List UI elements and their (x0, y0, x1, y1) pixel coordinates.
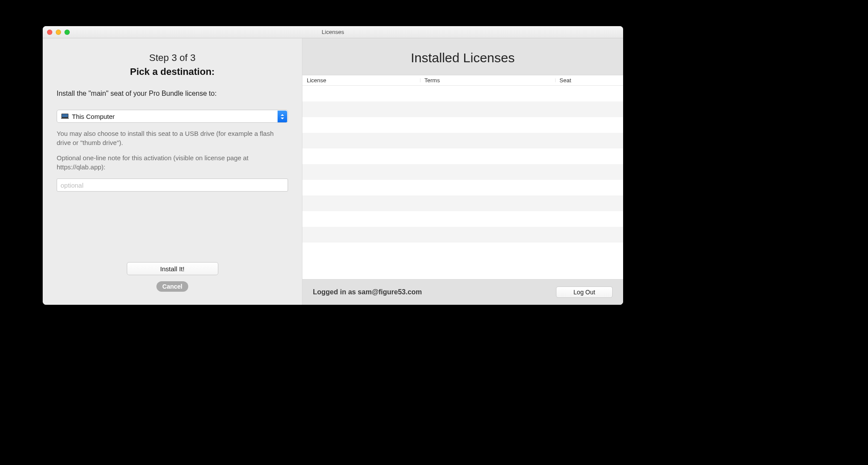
cancel-button[interactable]: Cancel (156, 281, 189, 292)
column-terms[interactable]: Terms (420, 77, 555, 84)
column-seat[interactable]: Seat (555, 77, 623, 84)
table-row (302, 211, 623, 227)
install-prompt: Install the "main" seat of your Pro Bund… (57, 90, 288, 98)
activation-note-input[interactable] (57, 179, 288, 192)
minimize-icon[interactable] (56, 30, 61, 35)
window-body: Step 3 of 3 Pick a destination: Install … (43, 38, 623, 305)
svg-rect-2 (61, 118, 69, 119)
titlebar[interactable]: Licenses (43, 26, 623, 38)
step-label: Step 3 of 3 (57, 52, 288, 64)
table-body (302, 86, 623, 279)
table-row (302, 227, 623, 243)
window-controls (47, 30, 70, 35)
table-row (302, 101, 623, 117)
table-row (302, 86, 623, 101)
table-row (302, 148, 623, 164)
svg-rect-1 (62, 114, 68, 117)
licenses-table: License Terms Seat (302, 75, 623, 280)
close-icon[interactable] (47, 30, 52, 35)
table-row (302, 133, 623, 148)
destination-selected: This Computer (72, 113, 115, 120)
computer-icon (61, 113, 69, 119)
zoom-icon[interactable] (64, 30, 70, 35)
table-row (302, 164, 623, 180)
table-row (302, 195, 623, 211)
left-pane: Step 3 of 3 Pick a destination: Install … (43, 38, 302, 305)
licenses-window: Licenses Step 3 of 3 Pick a destination:… (43, 26, 623, 305)
install-button[interactable]: Install It! (127, 262, 218, 275)
table-row (302, 117, 623, 133)
table-header: License Terms Seat (302, 75, 623, 86)
installed-licenses-title: Installed Licenses (302, 51, 623, 65)
helper-usb-text: You may also choose to install this seat… (57, 129, 288, 147)
dropdown-stepper-icon[interactable] (278, 111, 287, 123)
window-title: Licenses (43, 29, 623, 35)
destination-dropdown[interactable]: This Computer (57, 110, 288, 123)
right-footer: Logged in as sam@figure53.com Log Out (302, 280, 623, 305)
button-row: Install It! Cancel (57, 249, 288, 292)
page-subtitle: Pick a destination: (57, 66, 288, 78)
logout-button[interactable]: Log Out (556, 286, 613, 298)
right-pane: Installed Licenses License Terms Seat (302, 38, 623, 305)
helper-note-text: Optional one-line note for this activati… (57, 153, 288, 172)
table-row (302, 180, 623, 195)
column-license[interactable]: License (302, 77, 420, 84)
logged-in-text: Logged in as sam@figure53.com (313, 288, 422, 296)
